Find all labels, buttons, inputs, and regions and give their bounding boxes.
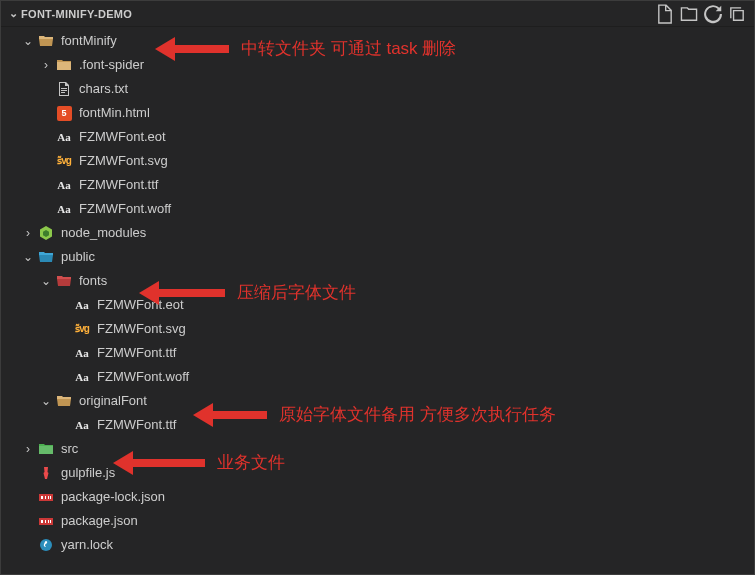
folder-label: src [61, 437, 78, 461]
file-label: FZMWFont.ttf [97, 413, 176, 437]
node-modules-icon [37, 225, 55, 241]
explorer-header[interactable]: ⌄ FONT-MINIFY-DEMO [1, 1, 754, 27]
new-file-button[interactable] [654, 3, 676, 25]
svg-rect-4 [41, 496, 43, 499]
folder-src[interactable]: › src [1, 437, 754, 461]
svg-rect-2 [61, 92, 65, 93]
collapse-all-button[interactable] [726, 3, 748, 25]
file-label: FZMWFont.woff [79, 197, 171, 221]
new-folder-icon [678, 3, 700, 25]
file-label: FZMWFont.eot [79, 125, 166, 149]
folder-label: fontMinify [61, 29, 117, 53]
gulp-icon [37, 465, 55, 481]
folder-originalFont[interactable]: ⌄ originalFont [1, 389, 754, 413]
svg-file-icon: s̃vg [55, 149, 73, 173]
svg-rect-1 [61, 90, 67, 91]
header-actions [654, 3, 748, 25]
file-label: yarn.lock [61, 533, 113, 557]
svg-rect-5 [45, 496, 46, 499]
svg-file-icon: s̃vg [73, 317, 91, 341]
file-package-json[interactable]: package.json [1, 509, 754, 533]
new-folder-button[interactable] [678, 3, 700, 25]
file-chars-txt[interactable]: chars.txt [1, 77, 754, 101]
folder-open-icon [37, 249, 55, 265]
font-file-icon: Aa [73, 413, 91, 437]
font-file-icon: Aa [73, 365, 91, 389]
file-woff[interactable]: Aa FZMWFont.woff [1, 197, 754, 221]
folder-fonts[interactable]: ⌄ fonts [1, 269, 754, 293]
file-fontmin-html[interactable]: 5 fontMin.html [1, 101, 754, 125]
file-label: FZMWFont.ttf [97, 341, 176, 365]
font-file-icon: Aa [55, 197, 73, 221]
folder-label: fonts [79, 269, 107, 293]
file-fonts-svg[interactable]: s̃vg FZMWFont.svg [1, 317, 754, 341]
svg-rect-6 [48, 496, 49, 499]
folder-open-icon [37, 33, 55, 49]
npm-icon [37, 513, 55, 529]
file-yarn-lock[interactable]: yarn.lock [1, 533, 754, 557]
file-fonts-ttf[interactable]: Aa FZMWFont.ttf [1, 341, 754, 365]
html-file-icon: 5 [55, 106, 73, 121]
svg-rect-11 [48, 520, 49, 523]
file-label: FZMWFont.svg [79, 149, 168, 173]
folder-open-icon [55, 273, 73, 289]
folder-font-spider[interactable]: › .font-spider [1, 53, 754, 77]
folder-icon [55, 57, 73, 73]
svg-rect-10 [45, 520, 46, 523]
chevron-right-icon: › [39, 53, 53, 77]
npm-icon [37, 489, 55, 505]
project-title: FONT-MINIFY-DEMO [21, 8, 654, 20]
file-package-lock[interactable]: package-lock.json [1, 485, 754, 509]
chevron-down-icon: ⌄ [21, 245, 35, 269]
folder-public[interactable]: ⌄ public [1, 245, 754, 269]
file-fonts-woff[interactable]: Aa FZMWFont.woff [1, 365, 754, 389]
svg-point-13 [40, 539, 52, 551]
svg-rect-7 [50, 496, 51, 499]
file-label: gulpfile.js [61, 461, 115, 485]
collapse-icon [726, 3, 748, 25]
yarn-icon [37, 537, 55, 553]
chevron-down-icon: ⌄ [21, 29, 35, 53]
folder-label: .font-spider [79, 53, 144, 77]
refresh-button[interactable] [702, 3, 724, 25]
chevron-right-icon: › [21, 437, 35, 461]
chevron-down-icon: ⌄ [39, 269, 53, 293]
file-ttf[interactable]: Aa FZMWFont.ttf [1, 173, 754, 197]
new-file-icon [654, 3, 676, 25]
svg-rect-0 [61, 88, 67, 89]
svg-rect-9 [41, 520, 43, 523]
folder-label: originalFont [79, 389, 147, 413]
file-label: FZMWFont.woff [97, 365, 189, 389]
file-svg[interactable]: s̃vg FZMWFont.svg [1, 149, 754, 173]
font-file-icon: Aa [73, 341, 91, 365]
folder-node-modules[interactable]: › node_modules [1, 221, 754, 245]
font-file-icon: Aa [55, 173, 73, 197]
file-original-ttf[interactable]: Aa FZMWFont.ttf [1, 413, 754, 437]
file-label: package-lock.json [61, 485, 165, 509]
folder-label: public [61, 245, 95, 269]
font-file-icon: Aa [55, 125, 73, 149]
font-file-icon: Aa [73, 293, 91, 317]
refresh-icon [702, 3, 724, 25]
file-label: fontMin.html [79, 101, 150, 125]
file-label: chars.txt [79, 77, 128, 101]
file-gulpfile[interactable]: gulpfile.js [1, 461, 754, 485]
folder-fontMinify[interactable]: ⌄ fontMinify [1, 29, 754, 53]
explorer-panel: ⌄ FONT-MINIFY-DEMO ⌄ fontMinify [0, 0, 755, 575]
chevron-right-icon: › [21, 221, 35, 245]
file-label: FZMWFont.eot [97, 293, 184, 317]
svg-rect-12 [50, 520, 51, 523]
file-label: FZMWFont.svg [97, 317, 186, 341]
chevron-down-icon: ⌄ [7, 7, 21, 20]
folder-open-icon [55, 393, 73, 409]
src-folder-icon [37, 441, 55, 457]
file-label: FZMWFont.ttf [79, 173, 158, 197]
file-label: package.json [61, 509, 138, 533]
file-tree[interactable]: ⌄ fontMinify › .font-spider chars.txt 5 … [1, 27, 754, 574]
text-file-icon [55, 81, 73, 97]
chevron-down-icon: ⌄ [39, 389, 53, 413]
file-eot[interactable]: Aa FZMWFont.eot [1, 125, 754, 149]
file-fonts-eot[interactable]: Aa FZMWFont.eot [1, 293, 754, 317]
folder-label: node_modules [61, 221, 146, 245]
